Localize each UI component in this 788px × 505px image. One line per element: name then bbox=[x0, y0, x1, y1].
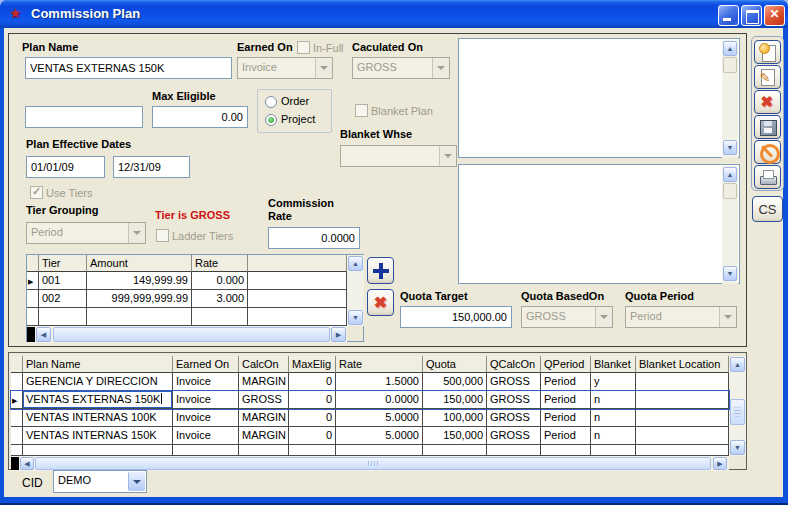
plans-cell[interactable]: GROSS bbox=[487, 427, 541, 445]
plans-row[interactable]: VENTAS INTERNAS 150KInvoiceMARGIN05.0000… bbox=[11, 427, 729, 445]
effective-start-date-input[interactable] bbox=[26, 156, 105, 178]
plans-cell[interactable]: MARGIN bbox=[239, 427, 289, 445]
edit-record-button[interactable] bbox=[754, 65, 781, 89]
plans-row[interactable]: GERENCIA Y DIRECCIONInvoiceMARGIN01.5000… bbox=[11, 373, 729, 391]
new-record-button[interactable] bbox=[754, 40, 781, 64]
scroll-down-icon[interactable]: ▼ bbox=[348, 310, 363, 325]
in-full-checkbox[interactable] bbox=[297, 41, 310, 54]
scroll-right-icon[interactable]: ▶ bbox=[331, 327, 346, 342]
minimize-button[interactable] bbox=[718, 5, 739, 26]
tier-grouping-dropdown[interactable]: Period bbox=[26, 222, 146, 244]
save-record-button[interactable] bbox=[754, 115, 781, 139]
plans-cell[interactable]: GROSS bbox=[487, 409, 541, 427]
dropdown-arrow-icon[interactable] bbox=[432, 58, 449, 78]
tier-cell[interactable] bbox=[248, 290, 347, 308]
plans-row-selector[interactable]: ▶ bbox=[11, 391, 23, 409]
delete-record-button[interactable] bbox=[754, 90, 781, 114]
scroll-down-icon[interactable]: ▼ bbox=[723, 140, 737, 155]
tier-cell[interactable] bbox=[248, 272, 347, 290]
tier-cell[interactable]: 149,999.99 bbox=[87, 272, 192, 290]
plans-cell[interactable]: 0 bbox=[289, 427, 336, 445]
dropdown-arrow-icon[interactable] bbox=[128, 472, 145, 491]
cancel-button[interactable] bbox=[754, 140, 781, 164]
cs-button[interactable]: CS bbox=[752, 196, 783, 222]
plans-row[interactable]: ▶VENTAS EXTERNAS 150KInvoiceGROSS00.0000… bbox=[11, 391, 729, 409]
listbox-vscroll-thumb[interactable] bbox=[723, 183, 737, 199]
commission-rate-input[interactable] bbox=[268, 227, 360, 249]
plans-cell[interactable]: GROSS bbox=[487, 391, 541, 409]
plans-cell[interactable] bbox=[636, 391, 729, 409]
plans-cell[interactable]: MARGIN bbox=[239, 409, 289, 427]
plans-row-selector[interactable] bbox=[11, 427, 23, 445]
plans-cell[interactable]: Period bbox=[541, 427, 591, 445]
max-eligible-input[interactable] bbox=[152, 106, 248, 128]
scroll-down-icon[interactable]: ▼ bbox=[723, 266, 737, 281]
plans-cell[interactable]: 100,000 bbox=[423, 409, 487, 427]
blanket-whse-dropdown[interactable] bbox=[340, 145, 457, 167]
tier-row[interactable] bbox=[27, 308, 347, 326]
use-tiers-checkbox[interactable] bbox=[30, 186, 43, 199]
plans-cell[interactable]: Invoice bbox=[173, 409, 239, 427]
print-button[interactable] bbox=[754, 165, 781, 189]
scroll-right-icon[interactable]: ▶ bbox=[713, 457, 727, 470]
secondary-input[interactable] bbox=[25, 106, 143, 128]
plans-cell[interactable]: n bbox=[591, 427, 636, 445]
lower-listbox[interactable]: ▲ ▼ bbox=[458, 164, 740, 284]
plans-cell[interactable]: 150,000 bbox=[423, 427, 487, 445]
effective-end-date-input[interactable] bbox=[113, 156, 190, 178]
plans-cell[interactable]: Invoice bbox=[173, 427, 239, 445]
plans-cell[interactable]: 0.0000 bbox=[336, 391, 423, 409]
plans-cell[interactable]: MARGIN bbox=[239, 373, 289, 391]
plans-cell[interactable]: y bbox=[591, 373, 636, 391]
plans-cell[interactable]: GERENCIA Y DIRECCION bbox=[23, 373, 173, 391]
tier-cell[interactable]: 001 bbox=[39, 272, 87, 290]
tier-row-selector[interactable]: ▶ bbox=[27, 272, 39, 290]
tier-cell[interactable] bbox=[39, 308, 87, 326]
plans-cell[interactable]: 0 bbox=[289, 391, 336, 409]
plans-cell[interactable]: 500,000 bbox=[423, 373, 487, 391]
maximize-button[interactable] bbox=[741, 5, 762, 26]
plans-vscroll-thumb[interactable] bbox=[730, 399, 745, 425]
scroll-up-icon[interactable]: ▲ bbox=[723, 41, 737, 56]
tier-cell[interactable] bbox=[192, 308, 248, 326]
cid-dropdown[interactable]: DEMO bbox=[53, 470, 147, 493]
tier-cell[interactable]: 002 bbox=[39, 290, 87, 308]
add-tier-button[interactable] bbox=[367, 257, 394, 284]
plans-cell[interactable] bbox=[636, 427, 729, 445]
tier-cell[interactable]: 0.000 bbox=[192, 272, 248, 290]
plans-cell[interactable]: Invoice bbox=[173, 373, 239, 391]
plans-cell[interactable]: Invoice bbox=[173, 391, 239, 409]
tier-row-selector[interactable] bbox=[27, 290, 39, 308]
dropdown-arrow-icon[interactable] bbox=[128, 223, 145, 243]
blanket-plan-checkbox[interactable] bbox=[355, 104, 368, 117]
tier-hscroll-thumb[interactable] bbox=[53, 327, 330, 342]
plans-cell[interactable]: GROSS bbox=[239, 391, 289, 409]
plans-cell[interactable]: n bbox=[591, 409, 636, 427]
dropdown-arrow-icon[interactable] bbox=[719, 307, 736, 327]
plans-cell[interactable]: 0 bbox=[289, 409, 336, 427]
plans-cell[interactable]: VENTAS INTERNAS 150K bbox=[23, 427, 173, 445]
plans-cell[interactable]: 0 bbox=[289, 373, 336, 391]
order-radio[interactable] bbox=[265, 96, 277, 108]
close-button[interactable] bbox=[764, 5, 785, 26]
titlebar[interactable]: Commission Plan bbox=[0, 0, 788, 28]
scroll-left-icon[interactable]: ◀ bbox=[20, 457, 34, 470]
listbox-vscroll-thumb[interactable] bbox=[723, 57, 737, 73]
plans-cell[interactable] bbox=[636, 373, 729, 391]
plans-cell[interactable]: 1.5000 bbox=[336, 373, 423, 391]
plan-name-input[interactable] bbox=[25, 57, 232, 79]
dropdown-arrow-icon[interactable] bbox=[315, 58, 332, 78]
plans-cell[interactable]: Period bbox=[541, 409, 591, 427]
tier-cell[interactable]: 999,999,999.99 bbox=[87, 290, 192, 308]
dropdown-arrow-icon[interactable] bbox=[439, 146, 456, 166]
ladder-tiers-checkbox[interactable] bbox=[156, 229, 169, 242]
dropdown-arrow-icon[interactable] bbox=[595, 307, 612, 327]
delete-tier-button[interactable] bbox=[367, 289, 394, 316]
scroll-down-icon[interactable]: ▼ bbox=[730, 440, 745, 455]
plans-cell[interactable]: GROSS bbox=[487, 373, 541, 391]
scroll-up-icon[interactable]: ▲ bbox=[348, 256, 363, 271]
quota-basedon-dropdown[interactable]: GROSS bbox=[521, 306, 613, 328]
plans-cell[interactable]: 150,000 bbox=[423, 391, 487, 409]
tier-cell[interactable] bbox=[87, 308, 192, 326]
scroll-left-icon[interactable]: ◀ bbox=[36, 327, 51, 342]
